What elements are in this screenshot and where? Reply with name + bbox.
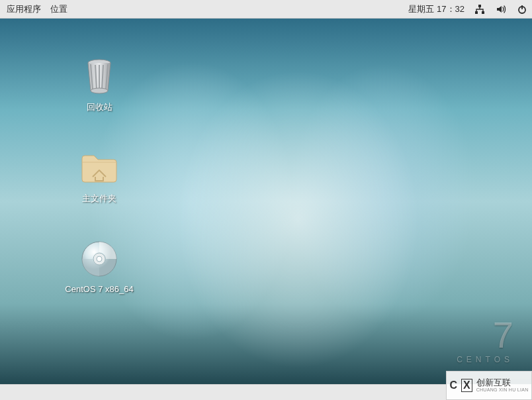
home-folder-icon[interactable]: 主文件夹 xyxy=(60,146,139,205)
places-menu[interactable]: 位置 xyxy=(50,3,67,15)
top-panel: 应用程序 位置 星期五 17：32 xyxy=(0,0,532,19)
applications-label: 应用程序 xyxy=(7,3,41,15)
clock-label: 星期五 17：32 xyxy=(408,3,465,15)
places-label: 位置 xyxy=(50,3,67,15)
trash-icon[interactable]: 回收站 xyxy=(60,55,139,113)
overlay-text-group: 创新互联 CHUANG XIN HU LIAN xyxy=(476,378,529,393)
power-icon[interactable] xyxy=(516,3,528,15)
desktop-icons-area: 回收站 主文件夹 xyxy=(60,55,139,294)
panel-right-group: 星期五 17：32 xyxy=(408,3,528,15)
clock[interactable]: 星期五 17：32 xyxy=(408,3,465,15)
overlay-mark-left: C xyxy=(449,379,457,391)
install-disc-icon[interactable]: CentOS 7 x86_64 xyxy=(60,238,139,294)
watermark-version: 7 xyxy=(457,317,513,354)
network-icon[interactable] xyxy=(474,3,486,15)
folder-glyph-icon xyxy=(78,146,120,189)
volume-icon[interactable] xyxy=(495,3,507,15)
desktop[interactable]: 回收站 主文件夹 xyxy=(0,19,532,384)
centos-watermark: 7 CENTOS xyxy=(457,317,513,364)
install-disc-label: CentOS 7 x86_64 xyxy=(65,284,133,294)
panel-left-group: 应用程序 位置 xyxy=(4,3,67,15)
trash-glyph-icon xyxy=(78,55,120,97)
overlay-mark-right: X xyxy=(461,379,472,392)
svg-point-13 xyxy=(97,256,102,262)
applications-menu[interactable]: 应用程序 xyxy=(4,3,41,15)
svg-rect-5 xyxy=(475,11,478,14)
disc-glyph-icon xyxy=(78,238,120,280)
site-watermark-overlay: C X 创新互联 CHUANG XIN HU LIAN xyxy=(446,371,532,400)
watermark-brand: CENTOS xyxy=(457,355,513,364)
svg-rect-4 xyxy=(478,5,481,7)
overlay-sub: CHUANG XIN HU LIAN xyxy=(476,387,529,393)
overlay-brand: 创新互联 xyxy=(476,378,529,387)
svg-point-10 xyxy=(91,88,108,93)
trash-label: 回收站 xyxy=(87,101,112,113)
home-folder-label: 主文件夹 xyxy=(82,193,116,205)
svg-rect-6 xyxy=(482,11,484,14)
